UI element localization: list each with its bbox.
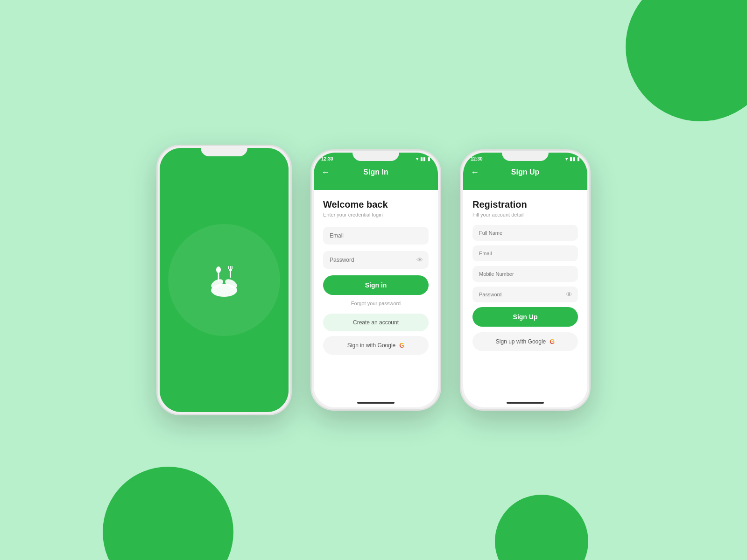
phone-notch-3 [502,151,549,161]
battery-icon: ▮ [428,156,430,161]
splash-bg-circle [168,224,280,336]
mobile-input[interactable] [472,266,578,282]
signup-button[interactable]: Sign Up [472,307,578,327]
phones-container: 12:30 ▾ ▮▮ ▮ ← Sign In Welcome back [156,145,591,415]
google-signup-label: Sign up with Google [496,338,546,345]
google-signin-label: Sign in with Google [347,342,395,349]
signin-nav: ← Sign In [314,163,438,181]
wifi-icon-3: ▾ [565,156,568,161]
password-input[interactable] [323,251,429,269]
wifi-icon: ▾ [416,156,418,161]
signin-button[interactable]: Sign in [323,275,429,295]
eye-icon[interactable]: 👁 [416,256,423,264]
signin-content: Welcome back Enter your credential login… [314,190,438,407]
status-time-2: 12:30 [321,156,333,161]
status-icons-3: ▾ ▮▮ ▮ [565,156,580,161]
home-indicator-3 [507,402,544,404]
password-wrapper: 👁 [323,251,429,269]
google-icon: G [399,342,404,349]
forgot-password-link[interactable]: Forgot your password [323,301,429,306]
signal-icon-3: ▮▮ [570,156,575,161]
signin-screen: 12:30 ▾ ▮▮ ▮ ← Sign In Welcome back [314,153,438,407]
signup-content: Registration Fill your account detail 👁 … [463,190,587,407]
password-wrapper-signup: 👁 [472,287,578,302]
eye-icon-signup[interactable]: 👁 [566,291,572,298]
signup-nav: ← Sign Up [463,163,587,181]
phone-splash [156,145,292,415]
bg-blob-bottom-left [103,467,233,560]
phone-signin: 12:30 ▾ ▮▮ ▮ ← Sign In Welcome back [310,149,441,411]
password-input-signup[interactable] [472,287,578,302]
signup-title: Sign Up [511,168,539,176]
status-time-3: 12:30 [471,156,483,161]
signal-icon: ▮▮ [420,156,426,161]
registration-title: Registration [472,199,578,210]
registration-subtitle: Fill your account detail [472,212,578,217]
google-icon-signup: G [550,338,555,345]
welcome-subtitle: Enter your credential login [323,212,429,217]
back-button-signup[interactable]: ← [471,168,479,177]
home-indicator-2 [357,402,395,404]
signup-screen: 12:30 ▾ ▮▮ ▮ ← Sign Up Registration [463,153,587,407]
fullname-input[interactable] [472,225,578,241]
welcome-title: Welcome back [323,199,429,210]
phone-notch-2 [352,151,399,161]
bg-blob-bottom-right [495,495,588,560]
bg-blob-top-right [626,0,747,121]
status-icons-2: ▾ ▮▮ ▮ [416,156,430,161]
signin-title: Sign In [363,168,388,176]
google-signup-button[interactable]: Sign up with Google G [472,332,578,351]
google-signin-button[interactable]: Sign in with Google G [323,336,429,355]
phone-signup: 12:30 ▾ ▮▮ ▮ ← Sign Up Registration [460,149,591,411]
phone-notch [201,146,247,156]
create-account-button[interactable]: Create an account [323,314,429,331]
back-button-signin[interactable]: ← [321,168,330,177]
email-input[interactable] [323,227,429,245]
email-input-signup[interactable] [472,245,578,261]
splash-screen [160,148,289,412]
battery-icon-3: ▮ [577,156,580,161]
